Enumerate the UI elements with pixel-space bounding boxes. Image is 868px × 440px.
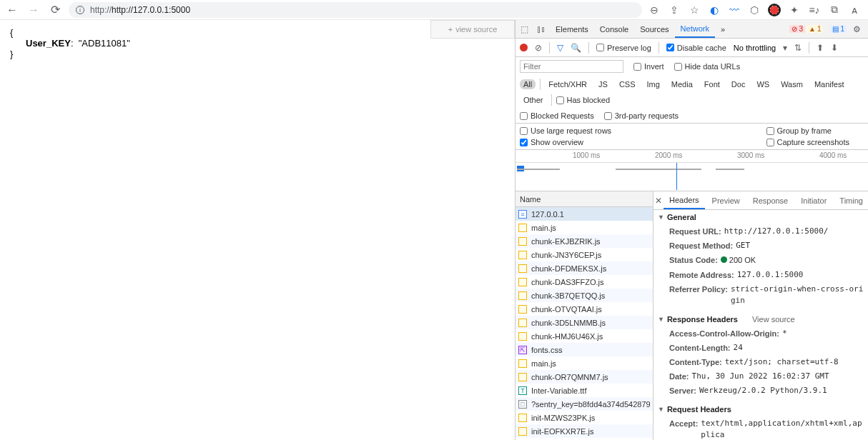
ext-icon-7[interactable]: ᴀ xyxy=(848,4,861,16)
request-row[interactable]: ⇱fonts.css xyxy=(516,343,653,356)
filter-type-all[interactable]: All xyxy=(520,79,536,89)
ext-icon-4[interactable] xyxy=(768,4,781,16)
url-bar[interactable]: i http://http://127.0.0.1:5000 xyxy=(69,2,642,18)
filter-type-media[interactable]: Media xyxy=(668,79,696,89)
hide-data-urls-checkbox[interactable]: Hide data URLs xyxy=(674,62,741,71)
request-row[interactable]: chunk-EKJBZRIK.js xyxy=(516,234,653,248)
large-rows-checkbox[interactable]: Use large request rows xyxy=(520,126,611,135)
tab-sources[interactable]: Sources xyxy=(634,20,674,38)
ext-icon-3[interactable]: ⬡ xyxy=(748,4,761,16)
request-row[interactable]: init-EOFKXR7E.js xyxy=(516,424,653,438)
capture-screenshots-checkbox[interactable]: Capture screenshots xyxy=(766,138,850,146)
detail-tab-headers[interactable]: Headers xyxy=(664,191,705,209)
detail-tab-initiator[interactable]: Initiator xyxy=(795,191,832,209)
filter-type-doc[interactable]: Doc xyxy=(728,79,749,89)
preserve-log-checkbox[interactable]: Preserve log xyxy=(596,44,651,52)
json-key: User_KEY xyxy=(26,38,71,49)
request-name: chunk-OTVQTAAI.js xyxy=(531,305,602,314)
request-row[interactable]: main.js xyxy=(516,356,653,370)
filter-type-wasm[interactable]: Wasm xyxy=(777,79,807,89)
bookmark-icon[interactable]: ☆ xyxy=(688,4,701,16)
page-content: + view source { User_KEY: "ADB11081" } xyxy=(0,20,515,440)
inspect-icon[interactable]: ⬚ xyxy=(516,24,533,34)
forward-button[interactable]: → xyxy=(26,2,41,18)
request-row[interactable]: chunk-3B7QETQQ.js xyxy=(516,289,653,302)
tab-elements[interactable]: Elements xyxy=(550,20,594,38)
other-file-icon: □ xyxy=(518,400,527,409)
reload-button[interactable]: ⟳ xyxy=(47,2,63,18)
settings-icon[interactable]: ⚙ xyxy=(848,24,865,34)
throttle-chevron-icon[interactable]: ▾ xyxy=(783,43,787,53)
view-source-button[interactable]: + view source xyxy=(430,20,515,39)
disable-cache-checkbox[interactable]: Disable cache xyxy=(666,44,726,52)
request-row[interactable]: chunk-HMJ6U46X.js xyxy=(516,329,653,343)
ext-icon-1[interactable]: ◐ xyxy=(708,4,721,16)
request-row[interactable]: ≡127.0.0.1 xyxy=(516,207,653,221)
blocked-requests-checkbox[interactable]: Blocked Requests xyxy=(520,111,594,120)
third-party-checkbox[interactable]: 3rd-party requests xyxy=(604,111,679,120)
request-row[interactable]: init-MZWS23PK.js xyxy=(516,411,653,424)
column-name[interactable]: Name xyxy=(516,191,653,207)
device-icon[interactable]: ⫿⫾ xyxy=(533,24,550,34)
back-button[interactable]: ← xyxy=(4,2,20,18)
error-badge[interactable]: ⊘3 xyxy=(789,25,805,33)
detail-tab-response[interactable]: Response xyxy=(747,191,794,209)
has-blocked-checkbox[interactable]: Has blocked xyxy=(556,96,611,104)
ext-icon-5[interactable]: ≡♪ xyxy=(808,4,821,16)
request-name: chunk-3B7QETQQ.js xyxy=(531,291,605,300)
messages-badge[interactable]: ▤1 xyxy=(830,25,847,33)
tab-console[interactable]: Console xyxy=(594,20,634,38)
zoom-icon[interactable]: ⊖ xyxy=(648,4,661,16)
detail-tab-preview[interactable]: Preview xyxy=(706,191,746,209)
request-row[interactable]: chunk-OTVQTAAI.js xyxy=(516,302,653,316)
tabs-overflow[interactable]: » xyxy=(715,20,731,38)
detail-tab-timing[interactable]: Timing xyxy=(834,191,868,209)
request-name: chunk-OR7QMNM7.js xyxy=(531,373,608,381)
show-overview-checkbox[interactable]: Show overview xyxy=(520,138,611,146)
request-row[interactable]: TInter-Variable.ttf xyxy=(516,384,653,397)
clear-button[interactable]: ⊘ xyxy=(535,43,542,53)
request-row[interactable]: chunk-DAS3FFZO.js xyxy=(516,275,653,289)
warning-badge[interactable]: ▲1 xyxy=(807,25,823,33)
wifi-icon[interactable]: ⇅ xyxy=(794,43,802,53)
section-request-headers[interactable]: ▼Request Headers xyxy=(654,402,868,416)
json-row: User_KEY: "ADB11081" xyxy=(26,38,505,49)
filter-type-fetchxhr[interactable]: Fetch/XHR xyxy=(545,79,591,89)
share-icon[interactable]: ⇪ xyxy=(668,4,681,16)
request-row[interactable]: □?sentry_key=b8fdd4a374d542879 xyxy=(516,397,653,411)
filter-type-js[interactable]: JS xyxy=(595,79,611,89)
view-source-link[interactable]: View source xyxy=(752,315,795,324)
filter-icon[interactable]: ▽ xyxy=(557,43,563,53)
ext-icon-2[interactable]: 〰 xyxy=(728,4,741,16)
filter-type-other[interactable]: Other xyxy=(520,95,547,105)
request-row[interactable]: chunk-DFDMEKSX.js xyxy=(516,261,653,275)
request-row[interactable]: chunk-OR7QMNM7.js xyxy=(516,370,653,384)
request-row[interactable]: chunk-JN3Y6CEP.js xyxy=(516,248,653,261)
invert-checkbox[interactable]: Invert xyxy=(633,62,664,71)
group-by-frame-checkbox[interactable]: Group by frame xyxy=(766,126,850,135)
import-icon[interactable]: ⬆ xyxy=(817,43,824,53)
timeline-marker xyxy=(676,163,677,190)
filter-type-ws[interactable]: WS xyxy=(753,79,773,89)
section-response-headers[interactable]: ▼Response HeadersView source xyxy=(654,312,868,326)
export-icon[interactable]: ⬇ xyxy=(831,43,838,53)
search-icon[interactable]: 🔍 xyxy=(571,43,581,53)
request-row[interactable]: main.js xyxy=(516,221,653,234)
ext-icon-6[interactable]: ⧉ xyxy=(828,4,841,16)
throttling-select[interactable]: No throttling xyxy=(734,44,776,52)
filter-type-font[interactable]: Font xyxy=(701,79,724,89)
network-timeline[interactable]: 1000 ms 2000 ms 3000 ms 4000 ms xyxy=(516,150,868,191)
section-general[interactable]: ▼General xyxy=(654,210,868,224)
filter-type-css[interactable]: CSS xyxy=(616,79,639,89)
extensions-icon[interactable]: ✦ xyxy=(788,4,801,16)
close-detail-icon[interactable]: ✕ xyxy=(655,196,662,206)
js-file-icon xyxy=(518,224,527,232)
tab-network[interactable]: Network xyxy=(675,20,715,38)
filter-input[interactable] xyxy=(520,60,623,73)
request-row[interactable]: chunk-3D5LNMMB.js xyxy=(516,316,653,329)
filter-type-manifest[interactable]: Manifest xyxy=(811,79,848,89)
record-button[interactable] xyxy=(520,44,528,51)
filter-type-img[interactable]: Img xyxy=(643,79,664,89)
status-dot-icon xyxy=(721,256,727,263)
devtools-tabs: ⬚ ⫿⫾ Elements Console Sources Network » … xyxy=(516,20,868,39)
